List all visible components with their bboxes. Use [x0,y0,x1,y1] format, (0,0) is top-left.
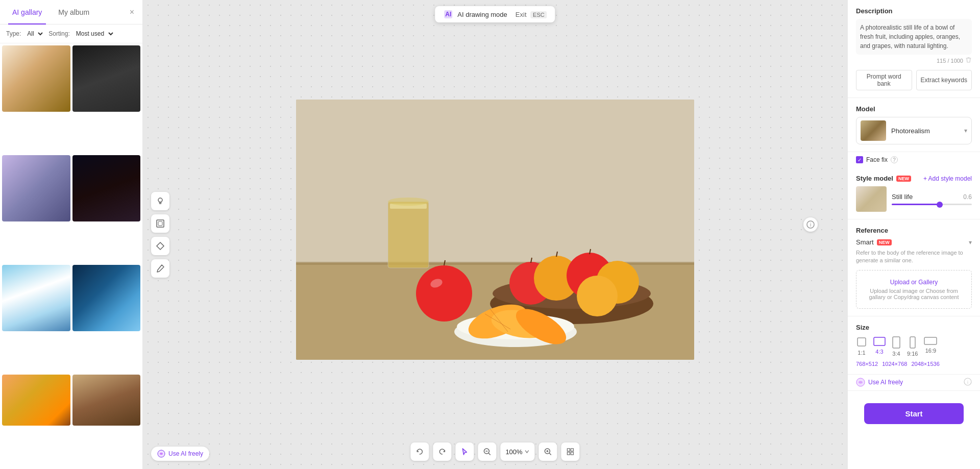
zoom-control[interactable]: 100% [500,442,534,461]
grid-button[interactable] [561,442,580,461]
size-options: 1:1 4:3 3:4 [856,336,972,357]
style-slider[interactable] [892,204,972,205]
model-name: Photorealism [891,127,959,135]
gallery-item-5[interactable] [2,265,70,331]
svg-rect-48 [893,337,900,348]
svg-line-40 [550,453,551,455]
size-option-16-9[interactable]: 16:9 [924,336,937,357]
undo-button[interactable] [410,442,429,461]
smart-dropdown-arrow[interactable]: ▾ [969,239,972,246]
type-select[interactable]: All [23,29,44,39]
svg-rect-3 [157,220,164,227]
use-ai-label-panel[interactable]: Use AI freely [868,379,903,386]
style-new-badge: NEW [896,176,911,182]
svg-marker-5 [157,242,164,250]
zoom-out-button[interactable] [478,442,496,461]
canvas-image[interactable] [296,100,694,360]
svg-point-2 [158,198,162,202]
svg-point-22 [416,265,472,322]
svg-rect-49 [910,337,915,348]
gallery-item-6[interactable] [72,265,141,331]
face-fix-checkbox[interactable]: ✓ [856,156,863,163]
svg-rect-42 [571,449,574,451]
size-option-4-3[interactable]: 4:3 [873,336,886,357]
size-label-4-3: 4:3 [875,349,883,355]
svg-point-11 [388,198,429,206]
description-section: Description A photorealistic still life … [848,0,980,98]
svg-rect-8 [296,262,694,265]
model-dropdown-arrow: ▾ [964,127,967,134]
model-title: Model [856,105,972,113]
prompt-word-bank-button[interactable]: Prompt word bank [856,70,912,90]
size-option-1-1[interactable]: 1:1 [856,336,867,357]
use-ai-freely-button[interactable]: Use AI freely [151,447,209,461]
frame-tool-button[interactable] [151,214,169,233]
size-label-1-1: 1:1 [857,350,865,356]
main-canvas-area: AI AI drawing mode Exit ESC [143,0,847,469]
gallery-link[interactable]: Gallery [918,279,938,286]
type-label: Type: [6,30,21,37]
svg-text:i: i [810,222,811,228]
reference-section: Reference Smart NEW ▾ Refer to the body … [848,219,980,316]
sort-filter: Sorting: Most used [48,29,114,39]
prompt-buttons: Prompt word bank Extract keywords [856,70,972,90]
description-text[interactable]: A photorealistic still life of a bowl of… [860,23,968,51]
tab-bar: AI gallary My album × [0,0,142,24]
gallery-item-2[interactable] [72,45,141,112]
gallery-item-4[interactable] [72,155,141,221]
tab-ai-gallery[interactable]: AI gallary [8,0,46,24]
canvas-wrapper: i [143,0,847,469]
svg-rect-41 [568,449,570,451]
reference-description: Refer to the body of the reference image… [856,249,972,265]
face-fix-help-icon[interactable]: ? [891,156,898,163]
add-style-model-button[interactable]: + Add style model [923,175,972,182]
svg-rect-47 [874,337,885,345]
upload-area[interactable]: Upload or Gallery Upload local image or … [856,270,972,309]
redo-button[interactable] [433,442,451,461]
svg-rect-9 [388,202,429,268]
size-label-3-4: 3:4 [892,351,900,357]
tab-my-album[interactable]: My album [54,0,93,24]
model-selector[interactable]: Photorealism ▾ [856,117,972,144]
canvas-info-button[interactable]: i [803,217,818,232]
bulb-tool-button[interactable] [151,192,169,210]
extract-keywords-button[interactable]: Extract keywords [916,70,972,90]
close-sidebar-button[interactable]: × [130,8,134,17]
brush-tool-button[interactable] [151,237,169,255]
svg-text:i: i [967,380,968,385]
model-section: Model Photorealism ▾ [848,98,980,152]
style-thumbnail [856,186,887,212]
gallery-item-7[interactable] [2,375,70,426]
gallery-item-8[interactable] [72,375,141,426]
smart-label: Smart [856,238,874,246]
svg-rect-4 [158,221,162,226]
ai-mode-bar: AI AI drawing mode Exit ESC [435,6,555,22]
type-filter: Type: All [6,29,44,39]
zoom-level: 100% [505,448,522,456]
panel-info-icon[interactable]: i [964,378,972,387]
size-dim-2: 1024×768 [882,361,907,367]
upload-link[interactable]: Upload [890,279,910,286]
sort-select[interactable]: Most used [72,29,115,39]
gallery-item-1[interactable] [2,45,70,112]
gallery-item-3[interactable] [2,155,70,221]
style-model-title: Style model [856,175,893,182]
svg-rect-50 [924,337,937,344]
pointer-button[interactable] [455,442,474,461]
size-option-3-4[interactable]: 3:4 [892,336,901,357]
style-model-section: Style model NEW + Add style model Still … [848,167,980,219]
svg-rect-46 [857,338,866,346]
zoom-in-button[interactable] [539,442,557,461]
right-panel: Description A photorealistic still life … [847,0,980,469]
smart-row: Smart NEW ▾ [856,238,972,246]
exit-label[interactable]: Exit ESC [516,11,547,18]
delete-icon[interactable] [965,57,972,65]
size-option-9-16[interactable]: 9:16 [907,336,918,357]
size-dim-3: 2048×1536 [911,361,939,367]
size-section: Size 1:1 4:3 [848,316,980,375]
pen-tool-button[interactable] [151,259,169,278]
ai-mode-label: AI drawing mode [457,11,507,18]
size-dim-1: 768×512 [856,361,878,367]
start-button[interactable]: Start [864,403,964,424]
size-title: Size [856,324,972,331]
